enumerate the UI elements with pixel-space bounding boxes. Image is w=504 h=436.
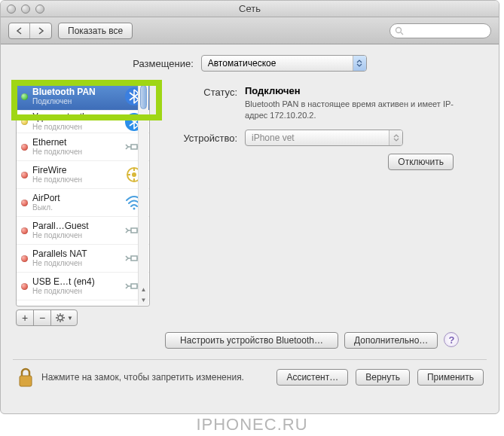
status-label: Статус: (162, 85, 237, 98)
svg-line-15 (63, 315, 63, 316)
sidebar-item-0[interactable]: Bluetooth PAN Подключен (17, 83, 149, 111)
service-status: Не подключен (32, 123, 119, 132)
watermark: IPHONEC.RU (196, 415, 307, 434)
svg-line-13 (63, 320, 63, 321)
location-row: Размещение: Автоматическое (16, 55, 484, 72)
titlebar[interactable]: Сеть (1, 1, 499, 17)
service-name: USB E…t (en4) (32, 276, 119, 287)
lock-text: Нажмите на замок, чтобы запретить измене… (41, 372, 244, 383)
service-status: Не подключен (32, 287, 119, 296)
service-name: FireWire (32, 165, 119, 175)
sidebar-item-2[interactable]: Ethernet Не подключен (17, 133, 149, 161)
sidebar-item-3[interactable]: FireWire Не подключен (17, 161, 149, 189)
sidebar-item-4[interactable]: AirPort Выкл. (17, 189, 149, 217)
device-label: Устройство: (162, 131, 237, 144)
detail-panel: Статус: Подключен Bluetooth PAN в настоя… (162, 82, 484, 326)
action-menu-button[interactable]: ▼ (50, 309, 78, 326)
service-name: Parallels NAT (32, 248, 119, 259)
scroll-up-arrow[interactable]: ▲ (139, 284, 148, 294)
status-description: Bluetooth PAN в настоящее время активен … (245, 99, 456, 122)
popup-arrows-icon (389, 130, 402, 145)
popup-arrows-icon (353, 56, 366, 71)
svg-point-5 (132, 172, 136, 177)
scroll-down-arrow[interactable]: ▼ (139, 294, 148, 305)
status-dot (21, 172, 28, 178)
status-dot (21, 93, 28, 100)
sidebar-item-7[interactable]: USB E…t (en4) Не подключен (17, 273, 149, 300)
close-window-button[interactable] (7, 5, 16, 14)
toolbar-search[interactable] (389, 23, 491, 38)
service-name: Sams…odem (32, 304, 119, 306)
service-name: Parall…Guest (32, 221, 119, 231)
svg-line-1 (401, 32, 403, 35)
svg-point-6 (133, 208, 136, 210)
sidebar-scrollbar[interactable]: ▲ ▼ (138, 84, 148, 305)
preferences-window: Сеть Показать все Размещение: Автоматиче… (0, 0, 499, 414)
sidebar-item-8[interactable]: Sams…odem Не подключен (17, 300, 149, 306)
service-name: Удале…tooth (32, 111, 119, 122)
back-button[interactable] (9, 23, 30, 38)
forward-button[interactable] (30, 23, 51, 38)
revert-button[interactable]: Вернуть (356, 369, 410, 386)
minimize-window-button[interactable] (21, 5, 30, 14)
svg-line-14 (57, 320, 58, 321)
status-dot (21, 283, 28, 290)
gear-icon (55, 313, 66, 323)
search-icon (395, 26, 404, 35)
svg-point-7 (58, 316, 63, 320)
status-dot (21, 144, 28, 151)
status-dot (21, 200, 28, 206)
device-value: iPhone vet (252, 133, 295, 143)
remove-service-button[interactable]: − (33, 309, 51, 326)
configure-bluetooth-button[interactable]: Настроить устройство Bluetooth… (165, 332, 338, 349)
service-name: Ethernet (32, 137, 119, 148)
service-status: Не подключен (32, 175, 119, 184)
service-status: Подключен (32, 97, 119, 106)
service-name: AirPort (32, 193, 119, 203)
zoom-window-button[interactable] (35, 5, 44, 14)
assistant-button[interactable]: Ассистент… (276, 369, 348, 386)
add-service-button[interactable]: + (16, 309, 34, 326)
location-popup[interactable]: Автоматическое (201, 55, 367, 72)
nav-back-forward (8, 23, 52, 39)
disconnect-button[interactable]: Отключить (388, 154, 454, 170)
services-sidebar: Bluetooth PAN Подключен Удале…tooth Не п… (16, 82, 150, 306)
lock-row: Нажмите на замок, чтобы запретить измене… (1, 360, 499, 389)
help-button[interactable]: ? (444, 332, 459, 347)
service-status: Не подключен (32, 231, 119, 240)
show-all-button[interactable]: Показать все (58, 23, 133, 39)
scrollbar-thumb[interactable] (140, 85, 147, 109)
device-popup[interactable]: iPhone vet (245, 130, 403, 146)
svg-rect-16 (20, 376, 32, 386)
advanced-button[interactable]: Дополнительно… (344, 332, 438, 349)
toolbar: Показать все (1, 17, 499, 44)
lock-icon[interactable] (16, 366, 35, 389)
svg-line-12 (57, 315, 58, 316)
sidebar-buttons: + − ▼ (16, 309, 150, 326)
location-label: Размещение: (133, 58, 194, 69)
sidebar-item-1[interactable]: Удале…tooth Не подключен (17, 111, 149, 133)
service-status: Выкл. (32, 203, 119, 212)
status-dot (21, 118, 28, 125)
service-name: Bluetooth PAN (32, 87, 119, 97)
apply-button[interactable]: Применить (417, 369, 484, 386)
svg-point-0 (396, 27, 402, 32)
service-status: Не подключен (32, 148, 119, 157)
location-value: Автоматическое (208, 58, 276, 69)
status-value: Подключен (245, 85, 456, 96)
window-title: Сеть (239, 3, 261, 14)
service-status: Не подключен (32, 259, 119, 268)
sidebar-item-5[interactable]: Parall…Guest Не подключен (17, 217, 149, 245)
sidebar-item-6[interactable]: Parallels NAT Не подключен (17, 245, 149, 273)
status-dot (21, 227, 28, 234)
status-dot (21, 255, 28, 262)
